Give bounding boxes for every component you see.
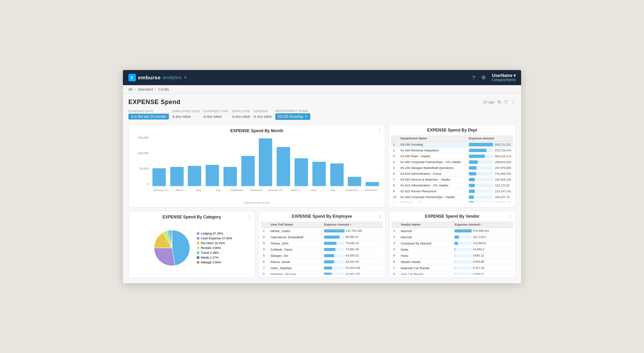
vendor-row-num: 4 bbox=[391, 246, 399, 252]
dept-row-name: 02-400 Corporate Partnerships - Hawks bbox=[398, 194, 467, 200]
breadcrumb-standard[interactable]: Standard bbox=[138, 87, 153, 91]
emp-row-num: 6 bbox=[261, 259, 268, 265]
filter-employee-date-value[interactable]: is any value bbox=[172, 114, 200, 119]
bar-col bbox=[240, 136, 256, 186]
bar-x-label: March bbox=[285, 189, 304, 192]
bar-x-label: May bbox=[189, 189, 208, 192]
vendor-chart-menu-icon[interactable]: ⋮ bbox=[508, 214, 513, 219]
brand-name: emburse bbox=[138, 75, 161, 80]
vendor-row-name: Marriott bbox=[399, 228, 452, 234]
bar[interactable] bbox=[259, 138, 272, 186]
bar[interactable] bbox=[348, 177, 361, 186]
bar[interactable] bbox=[188, 166, 201, 186]
filter-employee-label: Employee bbox=[232, 110, 250, 113]
pie-slice[interactable] bbox=[154, 248, 175, 265]
bar-chart-menu-icon[interactable]: ⋮ bbox=[377, 128, 382, 133]
bar-col bbox=[329, 136, 345, 186]
dept-row-name: 03-450 Service & Retention - Hawks bbox=[398, 176, 467, 182]
help-icon[interactable]: ? bbox=[472, 75, 475, 80]
category-chart-card: EXPENSE Spend By Category ⋮ Lodging 47.3… bbox=[128, 211, 255, 278]
pie-legend-dot bbox=[197, 256, 199, 259]
breadcrumb-sep2: / bbox=[155, 87, 156, 91]
dept-row-num: 8 bbox=[391, 182, 398, 188]
bar-col bbox=[186, 136, 203, 186]
y-label-150k: 150,000 bbox=[137, 136, 149, 139]
refresh-icon[interactable]: ↻ bbox=[497, 99, 502, 105]
bar[interactable] bbox=[295, 158, 308, 186]
logo: E emburse analytics ▾ bbox=[128, 74, 186, 81]
y-label-50k: 50,000 bbox=[139, 167, 149, 170]
dept-row-name: 02-360 Guest Services bbox=[398, 200, 467, 202]
pie-legend-label: Rentals 3.90% bbox=[201, 246, 221, 250]
bar-x-label: September bbox=[342, 189, 361, 192]
pie-legend-label: Meals 1.27% bbox=[201, 256, 219, 259]
bar[interactable] bbox=[170, 167, 184, 186]
dept-row-name: 01-400 Corporate Partnerships - ATL Hawk… bbox=[398, 159, 467, 165]
filter-dept-remove-icon[interactable]: ✕ bbox=[304, 114, 308, 119]
bar-col bbox=[151, 136, 168, 186]
dept-row-name: 06-230 Gleague Basketball Operations bbox=[398, 165, 467, 171]
filter-expense-date-label: Expense Date bbox=[128, 110, 169, 113]
settings-icon[interactable]: ⚙ bbox=[481, 75, 486, 81]
filter-expense-date-value[interactable]: is in the last 24 months bbox=[128, 114, 169, 119]
dept-table-scroll[interactable]: Department Name Expense Amount 1 03-205 … bbox=[391, 135, 513, 202]
filter-dept-label: Department Name bbox=[275, 109, 311, 113]
user-menu[interactable]: UserName ▾ CompanyName bbox=[492, 73, 516, 82]
vendor-sort-icon[interactable]: ▾ bbox=[481, 223, 482, 226]
filter-expense-type-value[interactable]: is any value bbox=[204, 114, 229, 119]
bar[interactable] bbox=[206, 165, 219, 186]
table-row: 7 03-450 Service & Retention - Hawks 226… bbox=[391, 176, 513, 182]
employee-chart-menu-icon[interactable]: ⋮ bbox=[378, 214, 382, 219]
table-row: 3 Tielow, John 79,040.16 bbox=[261, 240, 383, 246]
emp-col-num bbox=[261, 221, 268, 228]
bar[interactable] bbox=[223, 167, 237, 186]
filter-bar: Expense Date is in the last 24 months Em… bbox=[128, 109, 516, 120]
table-row: 8 McNeive, Michael 47,663.197 bbox=[261, 271, 383, 275]
emp-row-name: Pierce, Derek bbox=[268, 259, 322, 265]
dept-row-name: 01-610 Administration - ATL Hawks bbox=[398, 182, 467, 188]
pie-slice[interactable] bbox=[172, 230, 190, 265]
bar[interactable] bbox=[330, 163, 344, 186]
dept-row-name: 01-615 Human Resources bbox=[398, 188, 467, 194]
pie-legend-item: Lodging 47.35% bbox=[197, 232, 232, 235]
vendor-col-name[interactable]: Vendor Name bbox=[399, 221, 452, 228]
bar[interactable] bbox=[152, 168, 166, 186]
dept-row-bar-cell: 190,157,74 bbox=[467, 194, 513, 200]
bar[interactable] bbox=[312, 162, 326, 186]
bar[interactable] bbox=[277, 147, 290, 186]
vendor-col-amount[interactable]: Expense Amount ▾ bbox=[452, 221, 513, 228]
emp-row-name: Schlank, Travis bbox=[268, 246, 322, 252]
top-row: EXPENSE Spend By Month ⋮ 150,000 100,000… bbox=[128, 125, 516, 207]
emp-sort-icon[interactable]: ▾ bbox=[350, 223, 352, 226]
table-row: 1 Marriott 575,068,401 bbox=[391, 228, 513, 234]
bottom-row: EXPENSE Spend By Category ⋮ Lodging 47.3… bbox=[128, 211, 516, 278]
filter-icon[interactable]: ▽ bbox=[504, 99, 508, 105]
breadcrumb-certify[interactable]: Certify bbox=[158, 87, 169, 91]
bar[interactable] bbox=[241, 156, 255, 186]
emp-col-name[interactable]: User Full Name bbox=[268, 221, 322, 228]
app-window: E emburse analytics ▾ ? ⚙ UserName ▾ Com… bbox=[123, 70, 521, 283]
vendor-row-num: 3 bbox=[391, 240, 399, 246]
more-icon[interactable]: ⋮ bbox=[511, 99, 516, 105]
pie-legend-label: Per Diem 16.42% bbox=[201, 241, 225, 245]
bar-chart-container: 150,000 100,000 50,000 0 January '19Marc… bbox=[133, 136, 381, 194]
filter-vendor-value[interactable]: is any value bbox=[254, 114, 272, 119]
bar[interactable] bbox=[366, 182, 379, 186]
category-chart-menu-icon[interactable]: ⋮ bbox=[247, 214, 252, 219]
table-row: 2 Operations, Basketball 98,955.97 bbox=[261, 234, 383, 240]
filter-dept-value[interactable]: 03-205 Scouting ✕ bbox=[275, 113, 311, 120]
dept-row-bar-cell: 606,210,114 bbox=[467, 153, 513, 159]
dept-row-num: 1 bbox=[391, 141, 398, 147]
pie-legend-dot bbox=[197, 247, 199, 249]
dept-row-num: 6 bbox=[391, 171, 398, 176]
bar-col bbox=[204, 136, 221, 186]
breadcrumb-all[interactable]: All bbox=[128, 87, 133, 91]
table-row: 5 Sleeper, Jim 64,095.52 bbox=[261, 252, 383, 259]
vendor-table-scroll[interactable]: Vendor Name Expense Amount ▾ 1 Marriott bbox=[391, 221, 513, 275]
emp-col-amount[interactable]: Expense Amount ▾ bbox=[322, 221, 383, 228]
emp-table-scroll[interactable]: User Full Name Expense Amount ▾ 1 Miheic… bbox=[261, 221, 383, 275]
bar-chart-card: EXPENSE Spend By Month ⋮ 150,000 100,000… bbox=[128, 125, 385, 207]
filter-employee-value[interactable]: is any value bbox=[232, 114, 250, 119]
logo-chevron-icon[interactable]: ▾ bbox=[184, 76, 186, 79]
vendor-row-num: 2 bbox=[391, 234, 399, 240]
